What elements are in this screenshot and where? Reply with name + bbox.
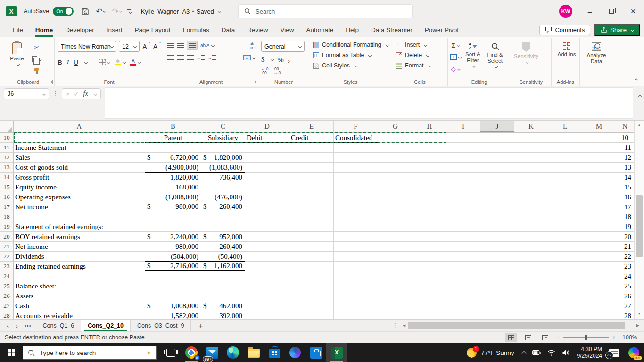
- column-header-C[interactable]: C: [201, 121, 245, 132]
- cell-M11[interactable]: [582, 143, 616, 153]
- increase-indent-button[interactable]: →: [208, 55, 216, 60]
- styles-dialog-launcher[interactable]: [386, 80, 390, 84]
- analyze-data-button[interactable]: Analyze Data: [582, 40, 611, 65]
- cell-N14[interactable]: 14: [616, 173, 634, 182]
- formula-bar-collapse-button[interactable]: [637, 91, 641, 99]
- cell-N19[interactable]: 19: [616, 222, 634, 232]
- cell-A13[interactable]: Cost of goods sold: [14, 163, 145, 173]
- cell-F12[interactable]: [334, 153, 378, 163]
- cell-H21[interactable]: [413, 242, 446, 252]
- cell-G14[interactable]: [378, 173, 413, 182]
- cell-J13[interactable]: [480, 163, 514, 173]
- decrease-indent-button[interactable]: ←: [197, 55, 205, 60]
- column-header-F[interactable]: F: [334, 121, 378, 132]
- cell-L20[interactable]: [548, 232, 582, 242]
- scroll-left-icon[interactable]: ◀: [401, 323, 407, 328]
- cell-D25[interactable]: [245, 281, 289, 291]
- cell-K13[interactable]: [514, 163, 548, 173]
- cell-N21[interactable]: 21: [616, 242, 634, 252]
- cell-K27[interactable]: [514, 301, 548, 311]
- cell-H24[interactable]: [413, 272, 446, 281]
- cell-L25[interactable]: [548, 281, 582, 291]
- cell-K10[interactable]: [514, 133, 548, 143]
- cell-L23[interactable]: [548, 262, 582, 272]
- cell-G19[interactable]: [378, 222, 413, 232]
- cell-B12[interactable]: $6,720,000: [145, 153, 201, 163]
- cell-N27[interactable]: 27: [616, 301, 634, 311]
- zoom-in-button[interactable]: +: [612, 334, 616, 341]
- scroll-down-icon[interactable]: ▼: [637, 309, 641, 318]
- cell-styles-button[interactable]: Cell Styles: [313, 62, 388, 69]
- cell-C21[interactable]: 260,400: [201, 242, 245, 252]
- vertical-scrollbar-thumb[interactable]: [636, 195, 643, 257]
- cell-L18[interactable]: [548, 212, 582, 222]
- cell-I27[interactable]: [446, 301, 480, 311]
- cell-J12[interactable]: [480, 153, 514, 163]
- cell-E11[interactable]: [289, 143, 334, 153]
- align-right-button[interactable]: [187, 55, 194, 60]
- copy-button[interactable]: [31, 54, 42, 64]
- cell-J26[interactable]: [480, 291, 514, 301]
- wrap-text-button[interactable]: abc↩: [250, 42, 255, 49]
- taskbar-mail[interactable]: 99+: [202, 343, 223, 362]
- cell-G26[interactable]: [378, 291, 413, 301]
- cell-M18[interactable]: [582, 212, 616, 222]
- row-header-28[interactable]: 28: [0, 311, 14, 319]
- cell-H19[interactable]: [413, 222, 446, 232]
- cell-N22[interactable]: 22: [616, 252, 634, 262]
- tab-scroll-splitter[interactable]: ⋮: [389, 320, 401, 331]
- row-header-25[interactable]: 25: [0, 281, 14, 291]
- cell-D11[interactable]: [245, 143, 289, 153]
- cell-K23[interactable]: [514, 262, 548, 272]
- clipboard-dialog-launcher[interactable]: [48, 80, 53, 84]
- row-header-14[interactable]: 14: [0, 173, 14, 182]
- cell-N18[interactable]: 18: [616, 212, 634, 222]
- cell-M27[interactable]: [582, 301, 616, 311]
- cell-F22[interactable]: [334, 252, 378, 262]
- cell-I15[interactable]: [446, 182, 480, 192]
- comma-style-button[interactable]: ,: [288, 55, 290, 64]
- addins-button[interactable]: Add-ins: [553, 40, 580, 58]
- notification-center-button[interactable]: 22: [606, 343, 625, 362]
- cancel-button[interactable]: ×: [66, 90, 70, 98]
- battery-indicator[interactable]: [529, 343, 544, 362]
- cell-J28[interactable]: [480, 311, 514, 319]
- cell-L10[interactable]: [548, 133, 582, 143]
- format-as-table-button[interactable]: Format as Table: [313, 52, 388, 58]
- cell-N24[interactable]: 24: [616, 272, 634, 281]
- cell-E25[interactable]: [289, 281, 334, 291]
- row-header-20[interactable]: 20: [0, 232, 14, 242]
- cell-E24[interactable]: [289, 272, 334, 281]
- cut-button[interactable]: ✂: [31, 42, 42, 52]
- cell-B23[interactable]: $2,716,000: [145, 262, 201, 272]
- previous-sheet-button[interactable]: ‹: [7, 321, 9, 329]
- cell-E17[interactable]: [289, 202, 334, 212]
- vertical-scrollbar[interactable]: ▲ ▼: [634, 121, 644, 319]
- cell-I19[interactable]: [446, 222, 480, 232]
- cell-L12[interactable]: [548, 153, 582, 163]
- cell-A14[interactable]: Gross profit: [14, 173, 145, 182]
- cell-E10[interactable]: Credit: [289, 133, 334, 143]
- cell-D20[interactable]: [245, 232, 289, 242]
- cell-H11[interactable]: [413, 143, 446, 153]
- cell-I20[interactable]: [446, 232, 480, 242]
- cell-M22[interactable]: [582, 252, 616, 262]
- cell-I22[interactable]: [446, 252, 480, 262]
- increase-font-size-button[interactable]: Aˆ: [142, 43, 150, 50]
- taskbar-search-box[interactable]: Type here to search ✦: [23, 346, 157, 360]
- cell-N15[interactable]: 15: [616, 182, 634, 192]
- cell-I23[interactable]: [446, 262, 480, 272]
- select-all-corner[interactable]: [0, 121, 14, 132]
- cell-F23[interactable]: [334, 262, 378, 272]
- cell-J23[interactable]: [480, 262, 514, 272]
- normal-view-button[interactable]: [505, 333, 517, 342]
- cell-A19[interactable]: Statement of retained earnings:: [14, 222, 145, 232]
- cell-B14[interactable]: 1,820,000: [145, 173, 201, 182]
- cell-J27[interactable]: [480, 301, 514, 311]
- column-header-K[interactable]: K: [514, 121, 548, 132]
- cell-E13[interactable]: [289, 163, 334, 173]
- cell-E22[interactable]: [289, 252, 334, 262]
- cell-L13[interactable]: [548, 163, 582, 173]
- ribbon-tab-help[interactable]: Help: [339, 23, 365, 37]
- cell-F19[interactable]: [334, 222, 378, 232]
